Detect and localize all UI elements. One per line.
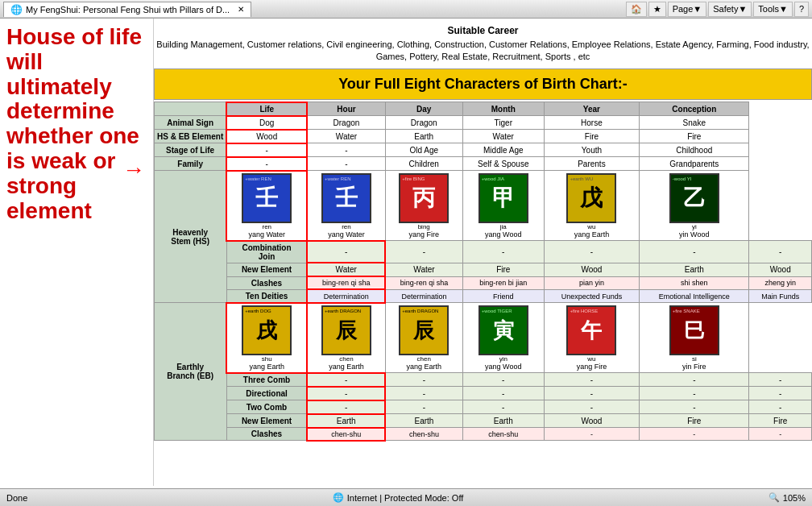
eb-clashes-day: chen-shu	[462, 428, 544, 441]
animal-sign-row: Animal Sign Dog Dragon Dragon Tiger Hors…	[155, 116, 812, 130]
hs-hour-cell: +water REN 壬 ren yang Water	[307, 171, 385, 241]
stage-year: Youth	[544, 143, 639, 157]
hs-eb-element-row: HS & EB Element Wood Water Earth Water F…	[155, 130, 812, 143]
hs-conception-pinyin: yi	[641, 223, 747, 230]
hs-life-desc: yang Water	[229, 230, 304, 238]
combination-join-row: CombinationJoin - - - - - -	[155, 241, 812, 263]
directional-month: -	[544, 387, 639, 400]
suitable-career-content: Building Management, Customer relations,…	[154, 39, 812, 64]
directional-label: Directional	[226, 387, 307, 400]
two-comb-label: Two Comb	[226, 400, 307, 414]
ten-deities-life: Determination	[307, 289, 385, 303]
hs-eb-hour: Water	[307, 130, 385, 143]
eb-section-row: EarthlyBranch (EB) +earth DOG 戌 shu yang…	[155, 303, 812, 373]
ten-deities-row: Ten Deities Determination Determination …	[155, 289, 812, 303]
hs-hour-box: +water REN 壬	[321, 173, 371, 223]
three-comb-conception: -	[749, 373, 812, 387]
stage-label: Stage of Life	[155, 143, 227, 157]
help-button[interactable]: ?	[794, 2, 809, 17]
tab-close[interactable]: ✕	[238, 5, 244, 14]
family-conception: Grandparents	[640, 157, 749, 171]
family-life: -	[226, 157, 307, 171]
tools-button[interactable]: Tools▼	[753, 2, 793, 17]
hs-conception-kanji: 乙	[683, 187, 706, 209]
hs-conception-desc: yin Wood	[641, 230, 747, 238]
hs-clashes-day: bing-ren bi jian	[462, 276, 544, 289]
two-comb-hour: -	[385, 400, 462, 414]
animal-sign-year: Horse	[544, 116, 639, 130]
hs-eb-conception: Fire	[640, 130, 749, 143]
content-area: House of life will ultimately determine …	[0, 19, 812, 486]
globe-icon: 🌐	[333, 492, 344, 503]
hs-eb-label: HS & EB Element	[155, 130, 227, 143]
eb-newelem-month: Wood	[544, 414, 639, 428]
eb-hour-pinyin: chen	[309, 355, 383, 363]
eb-conception-cell: +fire SNAKE 巳 si yin Fire	[640, 303, 749, 373]
home-icon[interactable]: 🏠	[626, 2, 647, 17]
eb-day-desc: yang Earth	[387, 363, 461, 371]
eb-day-pinyin: chen	[387, 355, 461, 363]
two-comb-year: -	[640, 400, 749, 414]
hs-life-cell: +water REN 壬 ren yang Water	[226, 171, 307, 241]
eb-new-element-row: New Element Earth Earth Earth Wood Fire …	[155, 414, 812, 428]
eb-year-pinyin: wu	[546, 355, 637, 363]
eb-month-elem-tag: +wood TIGER	[482, 309, 512, 313]
hs-day-kanji: 丙	[412, 187, 435, 209]
three-comb-hour: -	[385, 373, 462, 387]
suitable-career-section: Suitable Career Building Management, Cus…	[154, 19, 812, 67]
ten-deities-hour: Determination	[385, 289, 462, 303]
eb-month-box: +wood TIGER 寅	[478, 305, 528, 355]
three-comb-life: -	[307, 373, 385, 387]
hs-hour-kanji: 壬	[335, 187, 358, 209]
hs-newelem-hour: Water	[385, 263, 462, 276]
hs-month-kanji: 甲	[492, 187, 515, 209]
zoom-level: 🔍 105%	[768, 492, 806, 503]
eb-life-box: +earth DOG 戌	[242, 305, 292, 355]
status-left: Done	[6, 493, 27, 503]
hs-life-elem-tag: +water REN	[245, 176, 271, 181]
life-header: Life	[226, 102, 307, 116]
page-content[interactable]: Suitable Career Building Management, Cus…	[153, 19, 812, 486]
eb-month-cell: +wood TIGER 寅 yin yang Wood	[462, 303, 544, 373]
conception-header: Conception	[640, 102, 749, 116]
title-bar: 🌐 My FengShui: Personal Feng Shui wth Pi…	[0, 0, 812, 18]
family-year: Parents	[544, 157, 639, 171]
hs-clashes-life: bing-ren qi sha	[307, 276, 385, 289]
animal-sign-conception: Snake	[640, 116, 749, 130]
hs-eb-year: Fire	[544, 130, 639, 143]
eb-month-pinyin: yin	[465, 355, 542, 363]
eb-newelem-day: Earth	[462, 414, 544, 428]
hs-eb-life: Wood	[226, 130, 307, 143]
directional-day: -	[462, 387, 544, 400]
eb-newelem-conception: Fire	[749, 414, 812, 428]
left-annotation: House of life will ultimately determine …	[0, 19, 153, 486]
eb-life-elem-tag: +earth DOG	[245, 309, 271, 313]
stage-conception: Childhood	[640, 143, 749, 157]
hs-day-elem-tag: +fire BING	[402, 176, 425, 181]
eb-hour-desc: yang Earth	[309, 363, 383, 371]
star-icon[interactable]: ★	[648, 2, 666, 17]
stage-month: Middle Age	[462, 143, 544, 157]
eb-life-pinyin: shu	[229, 355, 304, 363]
comb-life: -	[307, 241, 385, 263]
eb-life-desc: yang Earth	[229, 363, 304, 371]
stage-day: Old Age	[385, 143, 462, 157]
page-button[interactable]: Page▼	[668, 2, 707, 17]
stage-hour: -	[307, 143, 385, 157]
eb-conception-box: +fire SNAKE 巳	[669, 305, 719, 355]
hs-life-pinyin: ren	[229, 223, 304, 230]
ten-deities-day: Friend	[462, 289, 544, 303]
browser-chrome: 🌐 My FengShui: Personal Feng Shui wth Pi…	[0, 0, 812, 19]
hs-day-desc: yang Fire	[387, 230, 461, 238]
hs-clashes-hour: bing-ren qi sha	[385, 276, 462, 289]
family-month: Self & Spouse	[462, 157, 544, 171]
hs-clashes-month: pian yin	[544, 276, 639, 289]
family-label: Family	[155, 157, 227, 171]
browser-tab[interactable]: 🌐 My FengShui: Personal Feng Shui wth Pi…	[3, 2, 251, 17]
eb-day-kanji: 辰	[413, 320, 434, 341]
safety-button[interactable]: Safety▼	[708, 2, 752, 17]
hs-year-elem-tag: +earth WU	[570, 176, 593, 181]
hs-month-box: +wood JIA 甲	[478, 173, 528, 223]
eb-hour-box: +earth DRAGON 辰	[321, 305, 371, 355]
three-comb-month: -	[544, 373, 639, 387]
